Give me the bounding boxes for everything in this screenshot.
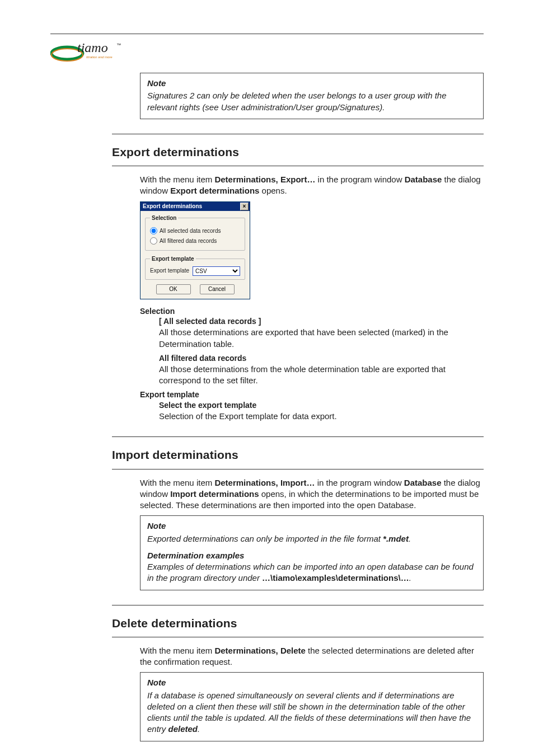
note-title: Note: [147, 78, 476, 89]
note-body: If a database is opened simultaneously o…: [147, 690, 476, 735]
template-fieldset: Export template Export template CSV: [145, 255, 245, 280]
def-template-sub-body: Selection of the Export template for dat…: [159, 411, 484, 422]
template-legend: Export template: [150, 255, 196, 263]
note-subheading: Determination examples: [147, 550, 476, 561]
note-title: Note: [147, 520, 476, 532]
dialog-title: Export determinations: [143, 203, 202, 210]
svg-text:titration and more: titration and more: [86, 55, 113, 59]
def-template-sub-title: Select the export template: [159, 400, 484, 411]
dialog-titlebar: Export determinations ×: [140, 202, 250, 211]
radio-all-selected-input[interactable]: [150, 227, 157, 234]
radio-all-filtered-input[interactable]: [150, 237, 157, 245]
note-title: Note: [147, 677, 476, 688]
template-label: Export template: [150, 267, 189, 275]
selection-legend: Selection: [150, 214, 178, 222]
export-intro: With the menu item Determinations, Expor…: [140, 174, 484, 197]
note-body-2: Examples of determinations which can be …: [147, 561, 476, 584]
export-dialog: Export determinations × Selection All se…: [140, 201, 250, 299]
def-selection-sub1-body: All those determinations are exported th…: [159, 327, 484, 350]
template-select[interactable]: CSV: [193, 266, 240, 276]
radio-all-selected[interactable]: All selected data records: [150, 227, 240, 235]
note-import: Note Exported determinations can only be…: [140, 515, 484, 590]
def-selection-sub1-title: [ All selected data records ]: [159, 316, 484, 327]
import-intro: With the menu item Determinations, Impor…: [140, 477, 484, 511]
heading-import: Import determinations: [112, 447, 484, 463]
def-selection-sub2-title: All filtered data records: [159, 353, 484, 364]
def-selection-sub2-body: All those determinations from the whole …: [159, 364, 484, 387]
ok-button[interactable]: OK: [156, 284, 191, 294]
heading-delete: Delete determinations: [112, 616, 484, 631]
radio-all-filtered[interactable]: All filtered data records: [150, 237, 240, 245]
svg-text:tiamo: tiamo: [77, 40, 108, 55]
logo: tiamo ™ titration and more: [50, 37, 484, 63]
delete-intro: With the menu item Determinations, Delet…: [140, 645, 484, 668]
note-signatures: Note Signatures 2 can only be deleted wh…: [140, 73, 484, 119]
heading-export: Export determinations: [112, 144, 484, 160]
def-selection-head: Selection: [140, 306, 484, 317]
tiamo-logo-icon: tiamo ™ titration and more: [50, 37, 123, 63]
cancel-button[interactable]: Cancel: [200, 284, 235, 294]
note-body: Signatures 2 can only be deleted when th…: [147, 90, 476, 113]
note-delete: Note If a database is opened simultaneou…: [140, 672, 484, 741]
svg-text:™: ™: [116, 43, 121, 48]
def-template-head: Export template: [140, 389, 484, 400]
close-icon[interactable]: ×: [240, 203, 249, 210]
note-body: Exported determinations can only be impo…: [147, 533, 476, 544]
selection-fieldset: Selection All selected data records All …: [145, 214, 245, 251]
